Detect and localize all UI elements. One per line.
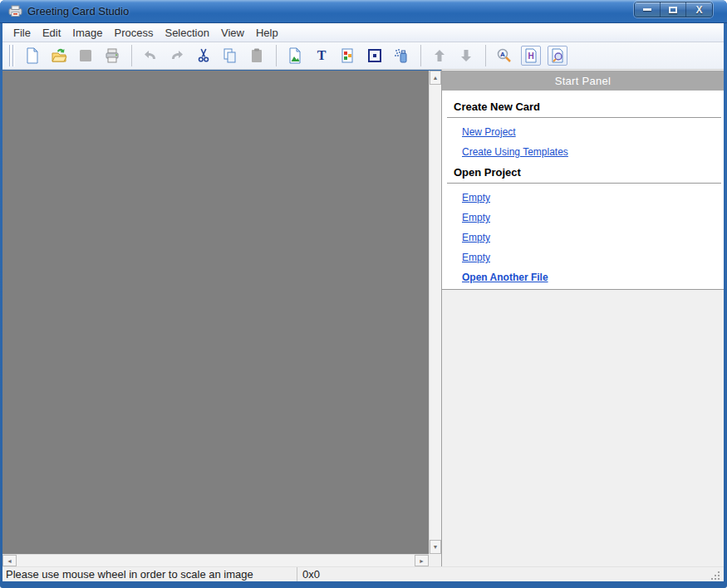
start-panel-toggle-button[interactable]: H <box>521 46 541 66</box>
svg-text:H: H <box>528 51 533 61</box>
new-document-icon <box>24 47 41 64</box>
menu-item-image[interactable]: Image <box>66 24 108 42</box>
horizontal-scrollbar[interactable]: ◄ ► <box>2 554 429 566</box>
move-down-button <box>456 46 476 66</box>
titlebar[interactable]: Greeting Card Studio X <box>0 0 727 23</box>
status-bar: Please use mouse wheel in order to scale… <box>2 566 724 581</box>
start-panel: Start Panel Create New CardNew ProjectCr… <box>441 70 724 566</box>
print-button[interactable] <box>102 46 122 66</box>
editor-canvas[interactable] <box>2 71 429 554</box>
new-document-button[interactable] <box>22 46 42 66</box>
svg-text:T: T <box>317 48 327 62</box>
window-controls: X <box>634 2 713 17</box>
image-size-indicator: 0x0 <box>297 567 711 581</box>
section-heading-create-new-card: Create New Card <box>454 100 719 113</box>
link-create-using-templates[interactable]: Create Using Templates <box>462 146 568 158</box>
font-zoom-button[interactable]: A <box>494 46 514 66</box>
start-panel-header: Start Panel <box>442 71 724 91</box>
copy-icon <box>222 47 238 64</box>
close-icon: X <box>695 5 702 15</box>
svg-text:A: A <box>500 51 505 58</box>
menu-item-process[interactable]: Process <box>109 24 160 42</box>
preview-icon <box>549 47 566 64</box>
frame-icon <box>366 47 383 64</box>
menu-item-selection[interactable]: Selection <box>159 24 214 42</box>
redo-button <box>167 46 187 66</box>
app-window: Greeting Card Studio X FileEditImageProc… <box>0 0 727 588</box>
undo-button <box>140 46 160 66</box>
toolbar-separator <box>131 45 132 66</box>
insert-image-button[interactable] <box>285 46 305 66</box>
minimize-button[interactable] <box>635 2 661 17</box>
minimize-icon <box>643 8 651 11</box>
open-file-button[interactable] <box>49 46 69 66</box>
link-open-another-file[interactable]: Open Another File <box>462 272 548 283</box>
toolbar-separator <box>485 45 486 66</box>
close-button[interactable]: X <box>686 2 712 17</box>
link-empty[interactable]: Empty <box>462 212 490 223</box>
menu-bar: FileEditImageProcessSelectionViewHelp <box>2 23 724 42</box>
vertical-scrollbar[interactable]: ▲ ▼ <box>429 71 441 554</box>
section-heading-open-project: Open Project <box>454 166 719 179</box>
resize-grip[interactable] <box>711 571 721 581</box>
scroll-up-button[interactable]: ▲ <box>430 71 441 85</box>
start-panel-toggle-icon: H <box>523 47 539 64</box>
link-new-project[interactable]: New Project <box>462 126 516 138</box>
open-file-icon <box>51 47 67 64</box>
insert-shapes-icon <box>340 47 356 64</box>
copy-button[interactable] <box>220 46 240 66</box>
link-empty[interactable]: Empty <box>462 252 490 263</box>
spray-button[interactable] <box>391 46 411 66</box>
move-down-icon <box>458 47 474 64</box>
window-title: Greeting Card Studio <box>27 5 129 17</box>
menu-item-edit[interactable]: Edit <box>37 24 66 42</box>
frame-button[interactable] <box>365 46 385 66</box>
insert-text-button[interactable]: T <box>312 46 332 66</box>
insert-text-icon: T <box>313 47 330 64</box>
redo-icon <box>169 47 185 64</box>
paste-icon <box>248 47 265 64</box>
font-zoom-icon: A <box>496 47 513 64</box>
menu-item-view[interactable]: View <box>215 24 250 42</box>
undo-icon <box>142 47 159 64</box>
start-panel-body: Create New CardNew ProjectCreate Using T… <box>442 91 724 290</box>
move-up-button <box>430 46 449 66</box>
maximize-icon <box>669 7 677 13</box>
link-empty[interactable]: Empty <box>462 232 490 243</box>
paste-button <box>247 46 267 66</box>
app-icon <box>8 5 22 17</box>
menu-item-file[interactable]: File <box>7 24 37 42</box>
scroll-right-button[interactable]: ► <box>415 555 429 566</box>
save-button <box>76 46 96 66</box>
preview-button[interactable] <box>548 46 567 66</box>
section-rule <box>447 183 721 184</box>
cut-button[interactable] <box>194 46 214 66</box>
print-icon <box>104 47 120 64</box>
cut-icon <box>195 47 212 64</box>
toolbar-separator <box>276 45 277 66</box>
save-icon <box>77 47 94 64</box>
link-empty[interactable]: Empty <box>462 192 490 203</box>
scrollbar-corner <box>429 554 441 566</box>
insert-image-icon <box>287 47 303 64</box>
scroll-left-button[interactable]: ◄ <box>2 555 17 566</box>
move-up-icon <box>431 47 448 64</box>
spray-icon <box>393 47 410 64</box>
insert-shapes-button[interactable] <box>338 46 358 66</box>
status-message: Please use mouse wheel in order to scale… <box>2 567 297 581</box>
section-rule <box>447 117 721 118</box>
toolbar-grip-handle[interactable] <box>9 45 13 66</box>
toolbar: TAH <box>2 42 724 70</box>
toolbar-separator <box>420 45 421 66</box>
maximize-button[interactable] <box>661 2 686 17</box>
menu-item-help[interactable]: Help <box>250 24 284 42</box>
scroll-down-button[interactable]: ▼ <box>430 540 441 554</box>
